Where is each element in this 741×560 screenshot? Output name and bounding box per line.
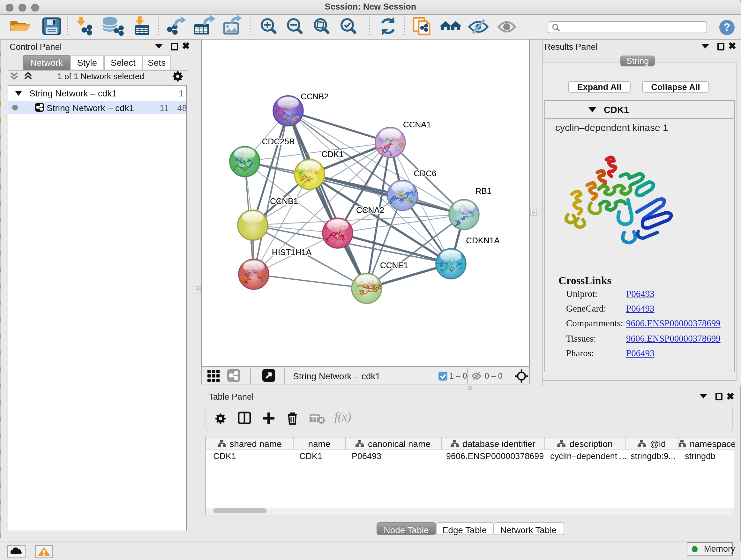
svg-text:CDK1: CDK1 [321,149,343,159]
svg-text:CDC25B: CDC25B [262,137,295,146]
svg-text:CCNA1: CCNA1 [403,120,431,129]
svg-text:RB1: RB1 [475,186,492,196]
svg-text:CDKN1A: CDKN1A [466,236,500,245]
svg-text:CCNE1: CCNE1 [380,260,408,270]
svg-text:CDC6: CDC6 [414,169,436,178]
svg-text:CCNB1: CCNB1 [270,196,298,206]
svg-text:CCNB2: CCNB2 [300,91,329,101]
svg-text:HIST1H1A: HIST1H1A [272,247,312,257]
svg-text:CCNA2: CCNA2 [356,205,384,215]
